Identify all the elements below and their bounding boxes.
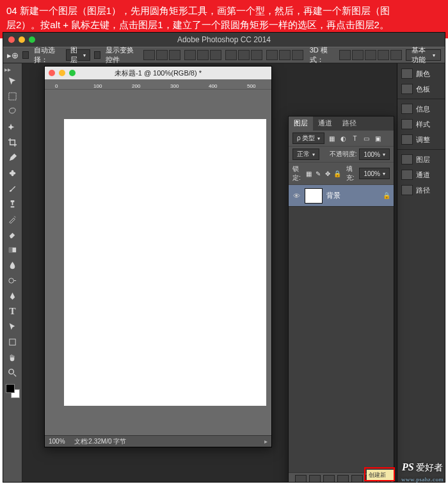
pan-icon[interactable]	[365, 50, 376, 60]
dist-left-icon[interactable]	[266, 50, 278, 60]
move-tool[interactable]	[5, 74, 20, 88]
eyedropper-tool[interactable]	[5, 150, 20, 164]
dock-color[interactable]: 颜色	[397, 66, 445, 81]
blur-tool[interactable]	[5, 258, 20, 272]
eraser-tool[interactable]	[5, 227, 20, 241]
close-icon[interactable]	[8, 36, 15, 43]
app-title: Adobe Photoshop CC 2014	[3, 35, 445, 44]
type-tool[interactable]: T	[5, 304, 20, 318]
dock-swatches[interactable]: 色板	[397, 81, 445, 97]
layer-thumb[interactable]	[305, 188, 323, 204]
lasso-tool[interactable]	[5, 104, 20, 118]
scale-icon[interactable]	[390, 50, 402, 60]
lock-pixels-icon[interactable]: ✎	[315, 169, 321, 178]
maximize-icon[interactable]	[29, 36, 35, 43]
lock-position-icon[interactable]: ✥	[324, 169, 330, 178]
slide-icon[interactable]	[378, 50, 389, 60]
canvas[interactable]	[64, 119, 266, 406]
doc-min-icon[interactable]	[59, 70, 65, 76]
toolbox: ▸▸ T	[3, 63, 22, 482]
filter-type-icon[interactable]: T	[350, 134, 359, 143]
align-left-icon[interactable]	[184, 50, 196, 60]
document-statusbar: 100% 文档:2.32M/0 字节 ▸	[45, 435, 271, 447]
minimize-icon[interactable]	[19, 36, 25, 43]
healing-tool[interactable]	[5, 166, 20, 180]
banner-line1: 04 新建一个图层（图层1），先用圆角矩形工具，画第一个型，然后，再建一个新图层…	[6, 5, 390, 16]
layer-fx-icon[interactable]	[309, 475, 321, 483]
dock-layers[interactable]: 图层	[397, 152, 445, 167]
dist-top-icon[interactable]	[225, 50, 237, 60]
ruler-horizontal[interactable]: 0100200300400500600	[45, 79, 271, 90]
document-titlebar[interactable]: 未标题-1 @ 100%(RGB/8) *	[45, 67, 271, 79]
dock-paths[interactable]: 路径	[397, 182, 445, 198]
tab-layers[interactable]: 图层	[289, 116, 313, 131]
new-group-icon[interactable]	[351, 475, 363, 483]
filter-pixel-icon[interactable]: ▦	[327, 134, 336, 143]
align-right-icon[interactable]	[210, 50, 221, 60]
toolbox-handle[interactable]: ▸▸	[3, 66, 11, 73]
lock-icon: 🔒	[383, 192, 390, 199]
styles-icon	[401, 119, 413, 129]
doc-max-icon[interactable]	[69, 70, 76, 76]
dist-bottom-icon[interactable]	[251, 50, 262, 60]
tab-channels[interactable]: 通道	[313, 116, 337, 131]
layer-kind-filter[interactable]: ρ 类型 ▾	[292, 132, 324, 144]
shape-tool[interactable]	[5, 335, 20, 349]
stamp-tool[interactable]	[5, 196, 20, 211]
lock-transparency-icon[interactable]: ▦	[306, 169, 312, 178]
dock-styles[interactable]: 样式	[397, 116, 445, 132]
gradient-tool[interactable]	[5, 243, 20, 257]
visibility-icon[interactable]: 👁	[292, 192, 301, 200]
blend-mode-dropdown[interactable]: 正常 ▾	[292, 148, 319, 160]
workspace-switcher[interactable]: 基本功能 ▾	[406, 49, 441, 61]
filter-shape-icon[interactable]: ▭	[362, 134, 371, 143]
marquee-tool[interactable]	[5, 89, 20, 103]
layer-mask-icon[interactable]	[323, 475, 335, 483]
color-well[interactable]	[6, 384, 20, 398]
link-layers-icon[interactable]	[295, 475, 307, 483]
roll-icon[interactable]	[352, 50, 364, 60]
auto-select-label: 自动选择：	[34, 45, 62, 65]
auto-select-dropdown[interactable]: 图层▾	[66, 49, 90, 61]
brush-tool[interactable]	[5, 181, 20, 195]
filter-adjust-icon[interactable]: ◐	[339, 134, 348, 143]
tab-paths[interactable]: 路径	[337, 116, 362, 131]
wand-tool[interactable]	[5, 120, 20, 134]
layer-item-background[interactable]: 👁 背景 🔒	[289, 185, 394, 207]
filter-smart-icon[interactable]: ▣	[373, 134, 382, 143]
history-brush-tool[interactable]	[5, 212, 20, 226]
doc-close-icon[interactable]	[49, 70, 55, 76]
dock-info[interactable]: 信息	[397, 101, 445, 116]
dist-hcenter-icon[interactable]	[279, 50, 291, 60]
dist-right-icon[interactable]	[292, 50, 303, 60]
status-menu-icon[interactable]: ▸	[264, 438, 268, 445]
fill-label: 填充:	[346, 164, 357, 182]
zoom-value[interactable]: 100%	[49, 438, 65, 445]
pen-tool[interactable]	[5, 289, 20, 303]
layers-tabs: 图层 通道 路径	[289, 116, 394, 131]
crop-tool[interactable]	[5, 135, 20, 149]
dist-vcenter-icon[interactable]	[238, 50, 250, 60]
align-bottom-icon[interactable]	[169, 50, 180, 60]
app-window: Adobe Photoshop CC 2014 ▸⊕ 自动选择： 图层▾ 显示变…	[3, 32, 445, 483]
orbit-icon[interactable]	[339, 50, 351, 60]
svg-rect-2	[12, 170, 14, 175]
align-vcenter-icon[interactable]	[156, 50, 168, 60]
path-select-tool[interactable]	[5, 319, 20, 333]
layer-name[interactable]: 背景	[326, 191, 340, 200]
hand-tool[interactable]	[5, 350, 20, 364]
align-hcenter-icon[interactable]	[197, 50, 209, 60]
dock-adjust[interactable]: 调整	[397, 132, 445, 147]
align-top-icon[interactable]	[143, 50, 155, 60]
auto-select-check[interactable]	[22, 51, 29, 59]
zoom-tool[interactable]	[5, 365, 20, 380]
dodge-tool[interactable]	[5, 273, 20, 287]
dock-channels[interactable]: 通道	[397, 167, 445, 182]
new-adjustment-icon[interactable]	[337, 475, 349, 483]
fill-value[interactable]: 100%▾	[359, 168, 390, 179]
show-transform-check[interactable]	[94, 51, 100, 59]
lock-all-icon[interactable]: 🔒	[333, 169, 341, 178]
doc-status-text: 文档:2.32M/0 字节	[74, 437, 127, 446]
opacity-value[interactable]: 100%▾	[359, 148, 390, 160]
foreground-color-icon[interactable]	[6, 384, 15, 393]
